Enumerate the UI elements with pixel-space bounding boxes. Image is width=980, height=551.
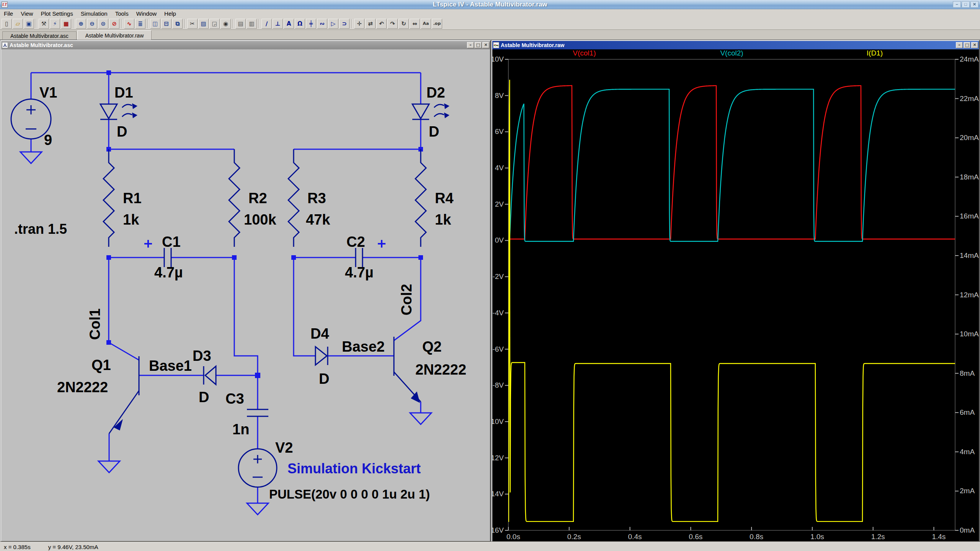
- schematic-close-button[interactable]: ✕: [482, 42, 489, 48]
- schematic-maximize-button[interactable]: □: [475, 42, 482, 48]
- zoom-clear-button[interactable]: ⊘: [109, 19, 119, 29]
- schematic-canvas[interactable]: V1 9 D1 D: [1, 49, 490, 541]
- cut-button[interactable]: ✂: [187, 19, 198, 29]
- maximize-button[interactable]: □: [962, 1, 970, 8]
- copy-button[interactable]: ▨: [198, 19, 209, 29]
- schematic-minimize-button[interactable]: –: [467, 42, 474, 48]
- component-d2[interactable]: D2 D: [412, 85, 449, 140]
- undo-button[interactable]: ↶: [376, 19, 387, 29]
- tile-horizontal-button[interactable]: ⊟: [161, 19, 172, 29]
- waveform-plot-area[interactable]: 10V8V6V4V2V0V-2V-4V-6V-8V-10V-12V-14V-16…: [492, 49, 979, 541]
- redo-button[interactable]: ↷: [387, 19, 398, 29]
- place-resistor-button[interactable]: Ω: [295, 19, 305, 29]
- legend-V(col1)[interactable]: V(col1): [573, 49, 596, 57]
- component-c3[interactable]: C3 1n: [225, 391, 268, 437]
- place-label-button[interactable]: A: [284, 19, 294, 29]
- plot-maximize-button[interactable]: □: [964, 42, 970, 48]
- rotate-icon: ↻: [401, 20, 406, 27]
- plot-window-titlebar[interactable]: Astable Multivibrator.raw – □ ✕: [492, 41, 979, 49]
- trace-I(D1)[interactable]: [508, 80, 955, 522]
- open-button[interactable]: ▱: [13, 19, 23, 29]
- left-axis-label: -10V: [492, 417, 504, 425]
- mirror-button[interactable]: ⇔: [410, 19, 420, 29]
- halt-button[interactable]: ■: [61, 19, 71, 29]
- zoom-back-button[interactable]: ⊖: [87, 19, 97, 29]
- menu-help[interactable]: Help: [160, 10, 180, 18]
- legend-I(D1)[interactable]: I(D1): [867, 49, 883, 57]
- q1-value: 2N2222: [57, 379, 108, 395]
- zoom-in-button[interactable]: ⊕: [76, 19, 86, 29]
- place-resistor-icon: Ω: [297, 20, 302, 27]
- save-button[interactable]: ▣: [24, 19, 34, 29]
- component-d3[interactable]: D3 D: [193, 348, 216, 405]
- place-inductor-button[interactable]: ∾: [317, 19, 327, 29]
- d2-value: D: [429, 124, 439, 140]
- schematic-window-titlebar[interactable]: Astable Multivibrator.asc – □ ✕: [1, 41, 490, 49]
- spice-directive-text[interactable]: .tran 1.5: [14, 221, 67, 237]
- place-component-button[interactable]: ⊃: [339, 19, 350, 29]
- control-panel-button[interactable]: ⚒: [39, 19, 49, 29]
- plot-minimize-button[interactable]: –: [956, 42, 963, 48]
- component-v1[interactable]: V1 9: [11, 85, 57, 163]
- r3-ref: R3: [307, 190, 326, 206]
- place-ground-button[interactable]: ⊥: [273, 19, 283, 29]
- component-q2[interactable]: Q2 2N2222: [394, 337, 466, 424]
- left-axis-label: -8V: [492, 381, 504, 389]
- autorange-y-button[interactable]: ∿: [124, 19, 134, 29]
- menu-plot-settings[interactable]: Plot Settings: [37, 10, 77, 18]
- menu-tools[interactable]: Tools: [111, 10, 132, 18]
- tile-vertical-button[interactable]: ◫: [150, 19, 160, 29]
- draw-wire-button[interactable]: ∕: [261, 19, 272, 29]
- left-axis-label: -16V: [492, 526, 504, 534]
- drag-button[interactable]: ⇄: [365, 19, 376, 29]
- tab-astable-multivibrator-raw[interactable]: Astable Multivibrator.raw: [77, 30, 152, 40]
- ltspice-app: LT LTspice IV - Astable Multivibrator.ra…: [0, 0, 980, 551]
- trace-V(col1)[interactable]: [508, 86, 955, 239]
- component-r4[interactable]: R4 1k: [415, 149, 454, 247]
- trace-V(col2)[interactable]: [508, 89, 955, 241]
- zoom-full-extents-button[interactable]: ⊙: [98, 19, 108, 29]
- move-button[interactable]: ✛: [354, 19, 364, 29]
- menu-window[interactable]: Window: [132, 10, 160, 18]
- run-button[interactable]: ⚡: [50, 19, 60, 29]
- find-button[interactable]: ◉: [220, 19, 231, 29]
- new-schematic-button[interactable]: ▯: [2, 19, 12, 29]
- c1-value: 4.7µ: [154, 264, 183, 280]
- paste-button[interactable]: ◲: [209, 19, 220, 29]
- print-button[interactable]: ▥: [247, 19, 257, 29]
- menu-file[interactable]: File: [0, 10, 17, 18]
- plot-settings-button[interactable]: ≣: [135, 19, 145, 29]
- spice-directive-button[interactable]: .op: [432, 19, 442, 29]
- component-r3[interactable]: R3 47k: [288, 149, 330, 247]
- menu-simulation[interactable]: Simulation: [77, 10, 111, 18]
- place-diode-button[interactable]: ▷: [328, 19, 338, 29]
- v2-ref: V2: [275, 440, 293, 456]
- component-q1[interactable]: Q1 2N2222: [57, 356, 139, 473]
- place-capacitor-button[interactable]: ╪: [306, 19, 316, 29]
- v2-value: PULSE(20v 0 0 0 0 1u 2u 1): [269, 487, 430, 501]
- toolbar-separator: [259, 19, 260, 28]
- tab-astable-multivibrator-asc[interactable]: Astable Multivibrator.asc: [2, 31, 77, 39]
- component-d1[interactable]: D1 D: [100, 85, 137, 140]
- place-text-button[interactable]: Aa: [421, 19, 431, 29]
- component-v2[interactable]: V2 PULSE(20v 0 0 0 0 1u 2u 1): [238, 440, 430, 515]
- minimize-button[interactable]: –: [953, 1, 961, 8]
- status-x-readout: x = 0.385s: [4, 544, 31, 550]
- close-button[interactable]: ✕: [970, 1, 978, 8]
- cascade-windows-button[interactable]: ⧉: [172, 19, 183, 29]
- r2-ref: R2: [248, 190, 267, 206]
- schematic-wires[interactable]: [31, 73, 421, 503]
- x-axis-label: 0.4s: [628, 533, 642, 541]
- open-icon: ▱: [16, 20, 20, 27]
- menu-view[interactable]: View: [17, 10, 37, 18]
- legend-V(col2)[interactable]: V(col2): [720, 49, 743, 57]
- statusbar: x = 0.385s y = 9.46V, 23.50mA: [0, 542, 980, 551]
- component-r1[interactable]: R1 1k: [103, 149, 142, 247]
- print-preview-button[interactable]: ▤: [235, 19, 246, 29]
- rotate-button[interactable]: ↻: [399, 19, 409, 29]
- d1-value: D: [117, 124, 127, 140]
- plot-close-button[interactable]: ✕: [971, 42, 978, 48]
- component-r2[interactable]: R2 100k: [229, 149, 276, 247]
- c1-ref: C1: [162, 234, 181, 250]
- right-axis-label: 24mA: [960, 55, 979, 63]
